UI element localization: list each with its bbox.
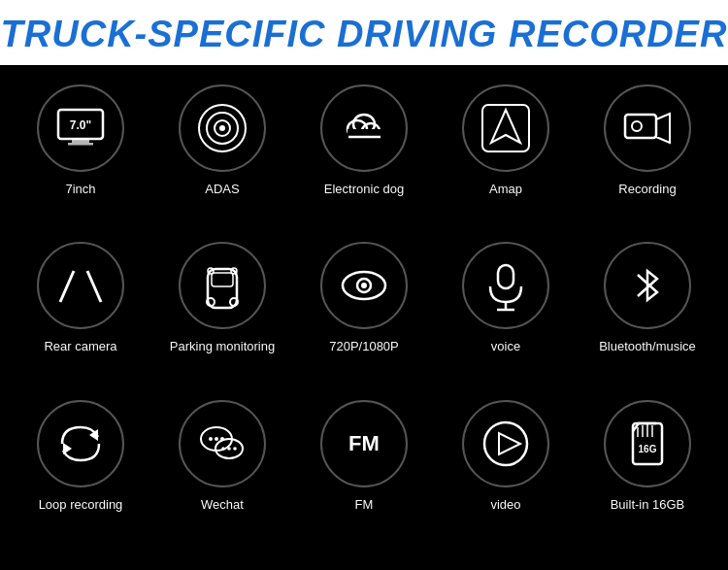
camera-icon	[604, 84, 691, 172]
mic-icon	[462, 242, 549, 329]
svg-point-37	[221, 447, 225, 451]
feature-item-wechat: Wechat	[151, 390, 293, 548]
feature-label-parking: Parking monitoring	[170, 339, 275, 353]
svg-rect-19	[212, 273, 233, 286]
loop-icon	[37, 400, 124, 487]
feature-grid: 7.0" 7inch ADAS Electronic dog Amap Reco…	[0, 65, 728, 557]
feature-label-recording: Recording	[618, 182, 676, 196]
feature-item-amap: Amap	[435, 75, 577, 232]
feature-label-bluetooth: Bluetooth/musice	[599, 339, 696, 353]
parking-icon	[179, 242, 266, 329]
svg-rect-2	[72, 139, 89, 143]
feature-item-parking: Parking monitoring	[151, 232, 293, 389]
feature-label-loop-recording: Loop recording	[39, 497, 123, 512]
svg-text:7.0": 7.0"	[70, 118, 91, 132]
svg-text:16G: 16G	[639, 444, 657, 454]
feature-item-video: video	[435, 390, 577, 548]
feature-label-voice: voice	[491, 339, 520, 353]
feature-item-7inch: 7.0" 7inch	[10, 75, 151, 232]
sdcard-icon: 16G	[604, 400, 691, 487]
feature-item-fm: FM FM	[293, 390, 435, 548]
feature-label-video: video	[490, 497, 520, 512]
feature-item-rear-camera: Rear camera	[10, 232, 151, 389]
feature-item-adas: ADAS	[151, 75, 293, 232]
feature-label-builtin-16gb: Built-in 16GB	[611, 497, 685, 512]
monitor-icon: 7.0"	[37, 84, 124, 172]
svg-point-35	[215, 437, 218, 441]
feature-item-voice: voice	[435, 232, 577, 389]
feature-label-resolution: 720P/1080P	[329, 339, 399, 353]
svg-marker-14	[491, 110, 520, 143]
eye-icon	[320, 242, 408, 329]
svg-point-38	[227, 447, 231, 451]
cloud-icon	[320, 84, 408, 172]
amap-icon	[462, 84, 549, 172]
svg-rect-11	[347, 129, 381, 141]
page-title: TRUCK-SPECIFIC DRIVING RECORDER	[0, 14, 728, 55]
feature-label-fm: FM	[355, 497, 374, 512]
wechat-icon	[179, 400, 266, 487]
feature-item-electronic-dog: Electronic dog	[293, 75, 435, 232]
feature-label-7inch: 7inch	[65, 182, 95, 196]
svg-point-39	[233, 447, 237, 451]
feature-label-adas: ADAS	[205, 182, 239, 196]
svg-point-36	[220, 437, 224, 441]
bluetooth-icon	[604, 242, 691, 329]
svg-rect-27	[498, 265, 513, 288]
feature-label-amap: Amap	[489, 182, 522, 196]
svg-point-7	[219, 125, 225, 131]
feature-label-rear-camera: Rear camera	[44, 339, 116, 353]
svg-point-34	[209, 437, 213, 441]
svg-point-26	[361, 283, 367, 288]
feature-item-loop-recording: Loop recording	[10, 390, 151, 548]
svg-marker-42	[499, 433, 520, 454]
svg-rect-3	[68, 143, 93, 146]
feature-label-electronic-dog: Electronic dog	[324, 182, 404, 196]
svg-text:FM: FM	[348, 431, 380, 455]
header: TRUCK-SPECIFIC DRIVING RECORDER	[0, 0, 728, 65]
feature-label-wechat: Wechat	[201, 497, 244, 512]
svg-marker-31	[63, 443, 72, 454]
svg-point-17	[632, 121, 642, 131]
feature-item-bluetooth: Bluetooth/musice	[577, 232, 718, 389]
adas-icon	[179, 84, 266, 172]
feature-item-recording: Recording	[577, 75, 718, 232]
rear-camera-icon	[37, 242, 124, 329]
svg-marker-16	[656, 114, 670, 143]
play-icon	[462, 400, 549, 487]
feature-item-resolution: 720P/1080P	[293, 232, 435, 389]
feature-item-builtin-16gb: 16G Built-in 16GB	[577, 390, 718, 548]
fm-icon: FM	[320, 400, 408, 487]
